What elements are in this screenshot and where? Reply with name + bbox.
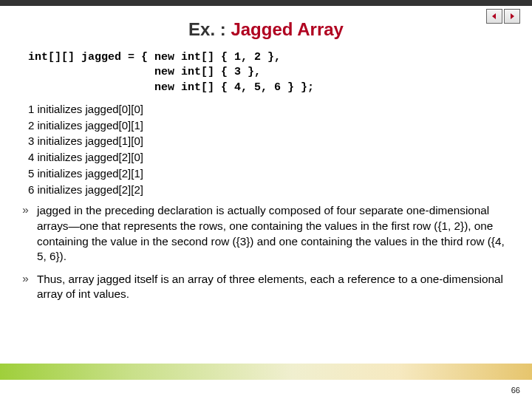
footer-gradient bbox=[0, 364, 532, 380]
svg-marker-0 bbox=[492, 13, 496, 19]
paragraph-text: Thus, array jagged itself is an array of… bbox=[37, 272, 510, 302]
list-item: 5 initializes jagged[2][1] bbox=[28, 166, 532, 182]
bullet-icon: » bbox=[22, 203, 37, 265]
nav-arrows bbox=[486, 9, 520, 24]
page-number: 66 bbox=[511, 386, 520, 395]
header-bar bbox=[0, 0, 532, 6]
list-item: 1 initializes jagged[0][0] bbox=[28, 101, 532, 117]
code-block: int[][] jagged = { new int[] { 1, 2 }, n… bbox=[28, 50, 532, 95]
svg-marker-1 bbox=[511, 13, 514, 19]
paragraphs: » jagged in the preceding declaration is… bbox=[22, 203, 510, 302]
list-item: 6 initializes jagged[2][2] bbox=[28, 182, 532, 198]
code-line: int[][] jagged = { new int[] { 1, 2 }, bbox=[28, 51, 281, 64]
bullet-icon: » bbox=[22, 272, 37, 302]
list-item: 3 initializes jagged[1][0] bbox=[28, 133, 532, 149]
paragraph: » jagged in the preceding declaration is… bbox=[22, 203, 510, 265]
arrow-left-icon bbox=[491, 13, 498, 20]
code-line: new int[] { 4, 5, 6 } }; bbox=[28, 81, 314, 94]
list-item: 2 initializes jagged[0][1] bbox=[28, 117, 532, 134]
paragraph-text: jagged in the preceding declaration is a… bbox=[37, 203, 510, 265]
slide-title: Ex. : Jagged Array bbox=[0, 19, 532, 40]
prev-button[interactable] bbox=[486, 9, 502, 24]
code-line: new int[] { 3 }, bbox=[28, 66, 261, 78]
title-highlight: Jagged Array bbox=[231, 19, 344, 39]
next-button[interactable] bbox=[504, 9, 520, 24]
list-item: 4 initializes jagged[2][0] bbox=[28, 149, 532, 166]
init-list: 1 initializes jagged[0][0] 2 initializes… bbox=[28, 101, 532, 198]
arrow-right-icon bbox=[508, 13, 516, 20]
paragraph: » Thus, array jagged itself is an array … bbox=[22, 272, 510, 302]
title-prefix: Ex. : bbox=[188, 19, 231, 39]
